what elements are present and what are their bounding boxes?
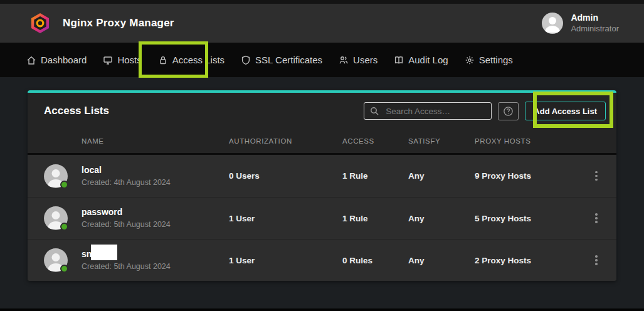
main-nav: Dashboard Hosts Access Lists SSL Certifi… — [0, 43, 644, 77]
dots-vertical-icon — [595, 255, 598, 265]
nav-item-label: SSL Certificates — [255, 55, 322, 65]
app-title: Nginx Proxy Manager — [63, 17, 174, 29]
satisfy-value: Any — [408, 214, 475, 223]
table-row: local Created: 4th August 2024 0 Users 1… — [28, 155, 616, 197]
access-list-created: Created: 4th August 2024 — [82, 177, 229, 187]
table-header: NAME AUTHORIZATION ACCESS SATISFY PROXY … — [28, 129, 616, 155]
proxy-hosts-value: 5 Proxy Hosts — [475, 214, 581, 223]
column-header-proxy-hosts: PROXY HOSTS — [475, 137, 581, 145]
status-dot — [60, 223, 68, 231]
help-button[interactable] — [498, 102, 519, 120]
dots-vertical-icon — [595, 213, 598, 223]
satisfy-value: Any — [408, 256, 475, 265]
redaction-overlay — [91, 245, 117, 260]
avatar — [44, 164, 68, 188]
person-icon — [542, 13, 563, 34]
avatar — [44, 206, 68, 230]
table-row: password Created: 5th August 2024 1 User… — [28, 197, 616, 239]
book-icon — [394, 55, 404, 65]
nav-item-users[interactable]: Users — [339, 55, 377, 65]
access-lists-panel: Access Lists A — [28, 90, 616, 281]
dots-vertical-icon — [595, 171, 598, 181]
access-list-name: local — [82, 164, 229, 176]
row-menu-button[interactable] — [591, 167, 601, 185]
content-area: Access Lists A — [0, 77, 644, 281]
user-avatar — [542, 13, 563, 34]
column-header-authorization: AUTHORIZATION — [229, 137, 342, 145]
nav-item-label: Access Lists — [172, 55, 224, 65]
page-title: Access Lists — [44, 105, 109, 117]
proxy-hosts-value: 2 Proxy Hosts — [475, 256, 581, 265]
column-header-name: NAME — [82, 137, 229, 145]
search-input[interactable] — [364, 102, 492, 120]
lock-icon — [158, 55, 168, 65]
nav-item-hosts[interactable]: Hosts — [103, 55, 141, 65]
search-box — [364, 102, 492, 120]
nav-item-dashboard[interactable]: Dashboard — [26, 55, 87, 65]
nav-item-label: Hosts — [117, 55, 141, 65]
gear-icon — [465, 55, 475, 65]
nav-item-settings[interactable]: Settings — [465, 55, 513, 65]
access-value: 1 Rule — [342, 171, 408, 181]
nav-item-audit-log[interactable]: Audit Log — [394, 55, 448, 65]
column-header-satisfy: SATISFY — [408, 137, 475, 145]
access-value: 1 Rule — [342, 214, 408, 223]
authorization-value: 1 User — [229, 256, 342, 265]
authorization-value: 1 User — [229, 214, 342, 223]
satisfy-value: Any — [408, 171, 475, 181]
add-access-list-button[interactable]: Add Access List — [525, 102, 606, 120]
brand-link[interactable]: Nginx Proxy Manager — [29, 12, 174, 34]
app-logo-icon — [29, 12, 51, 34]
access-list-name: password — [82, 206, 229, 218]
nav-item-ssl-certificates[interactable]: SSL Certificates — [241, 55, 322, 65]
avatar — [44, 248, 68, 272]
proxy-hosts-value: 9 Proxy Hosts — [475, 171, 581, 181]
table-body: local Created: 4th August 2024 0 Users 1… — [28, 155, 616, 281]
column-header-access: ACCESS — [342, 137, 408, 145]
row-menu-button[interactable] — [591, 209, 601, 227]
user-name: Admin — [571, 13, 619, 24]
shield-icon — [241, 55, 251, 65]
row-menu-button[interactable] — [591, 251, 601, 269]
user-menu[interactable]: Admin Administrator — [542, 13, 619, 34]
authorization-value: 0 Users — [229, 171, 342, 181]
nav-item-label: Dashboard — [41, 55, 87, 65]
access-list-created: Created: 5th August 2024 — [82, 219, 229, 229]
monitor-icon — [103, 55, 113, 65]
nav-item-label: Audit Log — [408, 55, 448, 65]
users-icon — [339, 55, 349, 65]
access-list-created: Created: 5th August 2024 — [82, 261, 229, 271]
help-circle-icon — [503, 106, 514, 117]
nav-item-label: Settings — [479, 55, 513, 65]
nav-item-label: Users — [353, 55, 377, 65]
status-dot — [60, 181, 68, 189]
panel-toolbar: Access Lists A — [28, 93, 616, 129]
nav-item-access-lists[interactable]: Access Lists — [158, 55, 224, 65]
user-role: Administrator — [571, 24, 619, 34]
home-icon — [26, 55, 36, 65]
status-dot — [60, 265, 68, 273]
table-row: sn Created: 5th August 2024 1 User 0 Rul… — [28, 239, 616, 281]
screen: Nginx Proxy Manager Admin Administrator … — [0, 0, 644, 311]
app-header: Nginx Proxy Manager Admin Administrator — [0, 4, 644, 43]
window-bottom-edge — [0, 308, 644, 311]
access-value: 0 Rules — [342, 256, 408, 265]
